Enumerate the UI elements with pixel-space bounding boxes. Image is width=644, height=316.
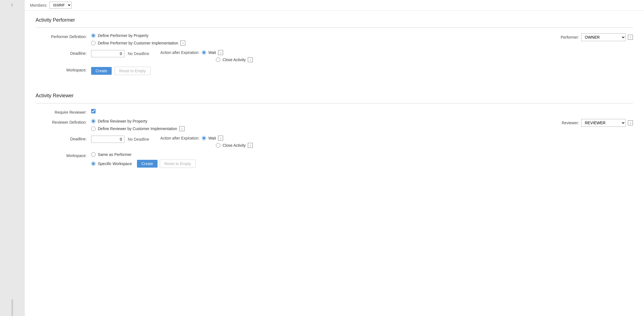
reviewer-workspace-radio-rows: Same as Performer Specific Workspace Cre… [91, 152, 196, 168]
performer-action-right: Action after Expiration: Wait i Close Ac… [155, 50, 253, 62]
performer-reset-button[interactable]: Reset to Empty [114, 67, 151, 75]
reviewer-create-button[interactable]: Create [137, 160, 158, 168]
performer-label-text: Performer: [561, 35, 579, 39]
performer-dropdown-area: Performer: OWNER i [561, 33, 633, 41]
scroll-up-button[interactable]: ↑ [11, 2, 13, 8]
performer-by-property-radio[interactable] [91, 33, 96, 38]
reviewer-by-property-row: Define Reviewer by Property [91, 119, 562, 123]
same-as-performer-label: Same as Performer [98, 152, 131, 157]
reviewer-wait-label: Wait [208, 136, 216, 140]
performer-definition-row: Performer Definition: Define Performer b… [36, 33, 633, 46]
specific-workspace-label: Specific Workspace [98, 161, 132, 166]
reviewer-workspace-label: Workspace: [36, 152, 91, 158]
reviewer-deadline-action: No Deadline Action after Expiration: Wai… [91, 136, 253, 148]
performer-wait-label: Wait [208, 50, 216, 55]
reviewer-deadline-label: Deadline: [36, 136, 91, 141]
performer-create-button[interactable]: Create [91, 67, 112, 75]
reviewer-close-activity-radio[interactable] [216, 143, 220, 148]
reviewer-deadline-left: No Deadline [91, 136, 149, 143]
reviewer-select[interactable]: REVIEWER [581, 119, 626, 127]
performer-select[interactable]: OWNER [581, 33, 626, 41]
performer-close-activity-radio[interactable] [216, 58, 220, 62]
performer-close-activity-row: Close Activity i [155, 57, 253, 62]
performer-wait-info-icon[interactable]: i [218, 50, 223, 55]
reviewer-workspace-row: Workspace: Same as Performer Specific Wo… [36, 152, 633, 168]
reviewer-divider [36, 103, 633, 103]
activity-reviewer-section: Activity Reviewer Require Reviewer: Revi… [24, 86, 644, 179]
performer-deadline-action: 0 No Deadline Action after Expiration: W… [91, 50, 253, 62]
performer-select-info-icon[interactable]: i [628, 35, 633, 40]
reviewer-wait-info-icon[interactable]: i [218, 136, 223, 141]
performer-close-activity-info-icon[interactable]: i [248, 57, 253, 62]
radio-by-customer-row: Define Performer by Customer Implementat… [91, 41, 561, 46]
reviewer-action-after-expiration-label: Action after Expiration: [160, 136, 199, 140]
reviewer-close-activity-row: Close Activity i [155, 143, 253, 148]
radio-by-property-row: Define Performer by Property [91, 33, 561, 38]
reviewer-by-customer-label: Define Reviewer by Customer Implementati… [98, 126, 177, 131]
top-bar: Members: ISSRIF [24, 0, 644, 11]
reviewer-reset-button[interactable]: Reset to Empty [160, 160, 196, 168]
reviewer-label-text: Reviewer: [562, 121, 579, 125]
sidebar-handle [11, 299, 13, 316]
same-as-performer-radio[interactable] [91, 152, 96, 157]
reviewer-dropdown-area: Reviewer: REVIEWER i [562, 119, 633, 127]
performer-customer-info-icon[interactable]: i [180, 41, 185, 46]
performer-section-title: Activity Performer [36, 17, 633, 23]
reviewer-no-deadline-label: No Deadline [128, 137, 149, 141]
performer-workspace-row: Workspace: Create Reset to Empty [36, 67, 633, 75]
performer-close-activity-label: Close Activity [223, 58, 246, 62]
performer-workspace-label: Workspace: [36, 67, 91, 72]
performer-deadline-label: Deadline: [36, 50, 91, 56]
reviewer-definition-row: Reviewer Definition: Define Reviewer by … [36, 119, 633, 131]
reviewer-select-info-icon[interactable]: i [628, 120, 633, 125]
reviewer-action-expiration-label-row: Action after Expiration: Wait i [155, 136, 253, 141]
reviewer-by-property-radio[interactable] [91, 119, 96, 123]
performer-definition-controls: Define Performer by Property Define Perf… [91, 33, 561, 46]
performer-deadline-input[interactable]: 0 [91, 50, 124, 57]
performer-deadline-left: 0 No Deadline [91, 50, 149, 57]
reviewer-deadline-row: Deadline: No Deadline Action after Expir… [36, 136, 633, 148]
specific-workspace-row: Specific Workspace Create Reset to Empty [91, 160, 196, 168]
reviewer-section-title: Activity Reviewer [36, 93, 633, 99]
performer-no-deadline-label: No Deadline [128, 51, 149, 56]
members-label: Members: [30, 3, 47, 8]
require-reviewer-row: Require Reviewer: [36, 109, 633, 115]
reviewer-close-activity-label: Close Activity [223, 143, 246, 148]
performer-action-expiration-label-row: Action after Expiration: Wait i [155, 50, 253, 55]
performer-deadline-row: Deadline: 0 No Deadline Action after Exp… [36, 50, 633, 62]
performer-by-customer-radio[interactable] [91, 41, 96, 45]
same-as-performer-row: Same as Performer [91, 152, 196, 157]
reviewer-action-right: Action after Expiration: Wait i Close Ac… [155, 136, 253, 148]
reviewer-customer-info-icon[interactable]: i [179, 126, 184, 131]
activity-performer-section: Activity Performer Performer Definition:… [24, 11, 644, 86]
reviewer-deadline-input[interactable] [91, 136, 124, 143]
reviewer-by-property-label: Define Reviewer by Property [98, 119, 147, 123]
reviewer-by-customer-radio[interactable] [91, 126, 96, 131]
performer-action-after-expiration-label: Action after Expiration: [160, 50, 199, 55]
reviewer-close-activity-info-icon[interactable]: i [248, 143, 253, 148]
require-reviewer-checkbox[interactable] [91, 109, 96, 113]
performer-definition-label: Performer Definition: [36, 33, 91, 39]
performer-workspace-controls: Create Reset to Empty [91, 67, 151, 75]
performer-by-customer-label: Define Performer by Customer Implementat… [98, 41, 178, 45]
reviewer-definition-label: Reviewer Definition: [36, 119, 91, 125]
require-reviewer-label: Require Reviewer: [36, 109, 91, 115]
sidebar: ↑ [0, 0, 24, 316]
performer-by-property-label: Define Performer by Property [98, 33, 148, 38]
reviewer-wait-radio[interactable] [202, 136, 206, 140]
reviewer-definition-controls: Define Reviewer by Property Define Revie… [91, 119, 562, 131]
performer-divider [36, 28, 633, 28]
members-select[interactable]: ISSRIF [49, 2, 72, 9]
reviewer-by-customer-row: Define Reviewer by Customer Implementati… [91, 126, 562, 131]
specific-workspace-radio[interactable] [91, 161, 96, 166]
main-content: Members: ISSRIF Activity Performer Perfo… [24, 0, 644, 316]
performer-wait-radio[interactable] [202, 50, 206, 55]
